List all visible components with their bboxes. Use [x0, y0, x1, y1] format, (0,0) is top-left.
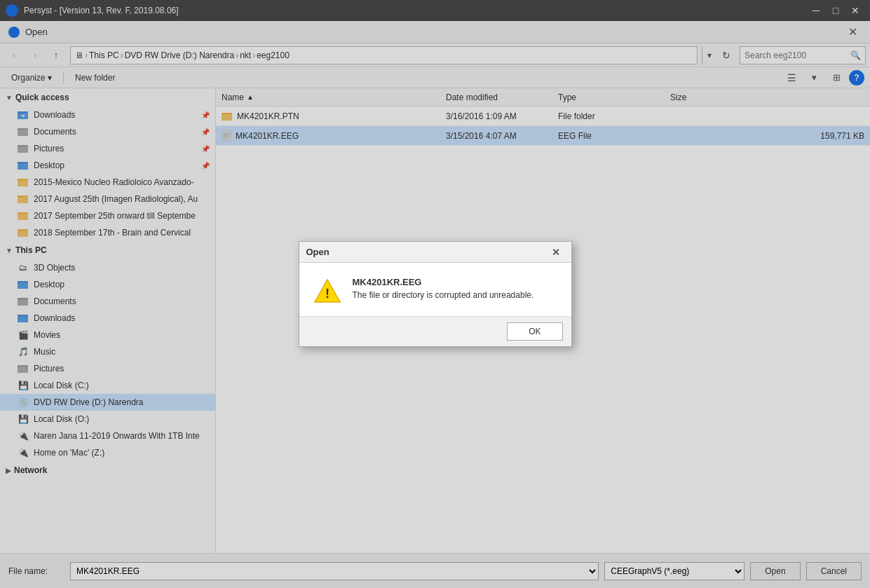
modal-filename: MK4201KR.EEG — [353, 277, 534, 287]
modal-dialog: Open ✕ ! MK4201KR.EEG The file or direct… — [299, 241, 572, 347]
modal-text: MK4201KR.EEG The file or directory is co… — [353, 277, 534, 300]
modal-message: The file or directory is corrupted and u… — [353, 290, 534, 300]
svg-text:!: ! — [325, 287, 329, 301]
warning-icon: ! — [313, 277, 341, 305]
modal-overlay: Open ✕ ! MK4201KR.EEG The file or direct… — [0, 0, 870, 588]
modal-ok-button[interactable]: OK — [507, 322, 562, 341]
modal-body: ! MK4201KR.EEG The file or directory is … — [299, 263, 571, 316]
modal-close-button[interactable]: ✕ — [548, 244, 564, 261]
modal-title: Open — [306, 247, 548, 257]
modal-titlebar: Open ✕ — [299, 242, 571, 263]
modal-footer: OK — [299, 316, 571, 346]
